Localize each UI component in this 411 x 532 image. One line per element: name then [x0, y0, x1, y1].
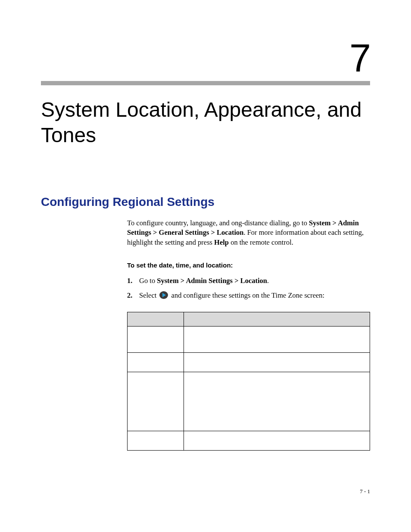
- procedure-heading: To set the date, time, and location:: [127, 261, 370, 270]
- text: Select: [139, 291, 158, 299]
- chapter-title: System Location, Appearance, and Tones: [41, 97, 370, 148]
- next-arrow-icon: [159, 291, 168, 302]
- text: To configure country, language, and ong-…: [127, 219, 309, 227]
- page: 7 System Location, Appearance, and Tones…: [0, 0, 411, 532]
- table-row: [128, 431, 370, 450]
- step-2: Select and configure these settings on t…: [127, 290, 370, 302]
- text: Go to: [139, 277, 157, 285]
- body-block: To configure country, language, and ong-…: [127, 218, 370, 451]
- table-row: [128, 352, 370, 372]
- text: and configure these settings on the Time…: [171, 291, 325, 299]
- table-header-cell: [184, 312, 370, 326]
- page-footer: 7 - 1: [360, 488, 370, 495]
- step-1: Go to System > Admin Settings > Location…: [127, 276, 370, 286]
- text: .: [267, 277, 269, 285]
- table-cell: [128, 326, 184, 352]
- table-cell: [184, 352, 370, 372]
- table-row: [128, 326, 370, 352]
- table-cell: [184, 372, 370, 431]
- table-cell: [128, 352, 184, 372]
- nav-path: System > Admin Settings > Location: [157, 277, 267, 285]
- section-heading: Configuring Regional Settings: [41, 195, 370, 209]
- text: on the remote control.: [229, 238, 293, 246]
- table-header-row: [128, 312, 370, 326]
- table-row: [128, 372, 370, 431]
- table-cell: [184, 326, 370, 352]
- steps-list: Go to System > Admin Settings > Location…: [127, 276, 370, 302]
- table-cell: [128, 431, 184, 450]
- table-cell: [128, 372, 184, 431]
- horizontal-rule: [41, 81, 370, 85]
- table-cell: [184, 431, 370, 450]
- table-header-cell: [128, 312, 184, 326]
- settings-table: [127, 312, 370, 451]
- intro-paragraph: To configure country, language, and ong-…: [127, 218, 370, 247]
- chapter-number: 7: [41, 39, 370, 78]
- help-key: Help: [214, 238, 229, 246]
